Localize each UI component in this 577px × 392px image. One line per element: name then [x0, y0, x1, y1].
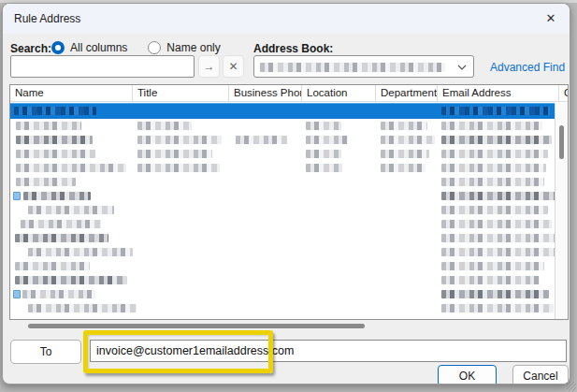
- search-input[interactable]: [10, 55, 195, 78]
- redacted-text: [16, 136, 93, 144]
- table-row-selected[interactable]: [10, 103, 568, 119]
- radio-all-columns[interactable]: All columns: [51, 41, 127, 54]
- redacted-text: [441, 136, 552, 144]
- horizontal-scrollbar-thumb[interactable]: [28, 324, 365, 328]
- close-icon[interactable]: ✕: [538, 7, 564, 29]
- redacted-text: [28, 248, 133, 256]
- redacted-text: [441, 220, 552, 228]
- redacted-text: [22, 290, 95, 298]
- table-row[interactable]: [10, 133, 568, 147]
- table-row[interactable]: [10, 147, 568, 161]
- redacted-text: [381, 122, 427, 130]
- advanced-find-link[interactable]: Advanced Find: [490, 61, 565, 74]
- chevron-down-icon: [457, 64, 467, 71]
- vertical-scrollbar[interactable]: [555, 103, 568, 319]
- column-header-c[interactable]: C: [559, 85, 568, 101]
- table-row[interactable]: [10, 217, 568, 231]
- redacted-text: [441, 164, 546, 172]
- table-row[interactable]: [10, 259, 568, 273]
- redacted-text: [15, 276, 127, 284]
- rule-address-dialog: Rule Address ✕ Search: All columns Name …: [2, 3, 570, 385]
- dialog-title: Rule Address: [3, 12, 80, 25]
- search-clear-icon[interactable]: ✕: [223, 55, 244, 78]
- resize-grip[interactable]: [567, 382, 576, 391]
- table-row[interactable]: [10, 119, 568, 133]
- table-row[interactable]: [10, 231, 568, 245]
- cancel-button[interactable]: Cancel: [512, 365, 569, 385]
- column-header-email-address[interactable]: Email Address: [438, 85, 559, 101]
- radio-button-icon[interactable]: [148, 41, 161, 54]
- redacted-text: [441, 150, 548, 158]
- redacted-text: [441, 107, 550, 115]
- redacted-text: [16, 122, 81, 130]
- redacted-text: [441, 234, 563, 242]
- column-header-name[interactable]: Name: [10, 85, 133, 101]
- redacted-text: [14, 107, 96, 115]
- radio-name-only[interactable]: Name only: [148, 41, 220, 54]
- column-header-location[interactable]: Location: [302, 85, 376, 101]
- redacted-text: [137, 136, 222, 144]
- redacted-text: [15, 234, 108, 242]
- redacted-text: [28, 304, 137, 312]
- table-row[interactable]: [10, 245, 568, 259]
- titlebar: Rule Address ✕: [3, 4, 570, 34]
- radio-all-columns-label: All columns: [70, 41, 127, 54]
- to-button[interactable]: To: [10, 340, 81, 364]
- redacted-text: [441, 248, 559, 256]
- redacted-text: [306, 136, 348, 144]
- address-book-label: Address Book:: [253, 42, 333, 55]
- search-go-icon[interactable]: →: [198, 55, 220, 78]
- table-row[interactable]: [10, 203, 568, 217]
- redacted-text: [441, 276, 540, 284]
- contact-icon: [13, 192, 21, 200]
- redacted-text: [21, 220, 101, 228]
- redacted-text: [441, 122, 542, 130]
- redacted-text: [236, 136, 287, 144]
- table-row[interactable]: [10, 189, 568, 203]
- redacted-text: [137, 150, 212, 158]
- contact-icon: [13, 290, 21, 298]
- redacted-text: [381, 150, 429, 158]
- redacted-text: [28, 206, 114, 214]
- redacted-text: [441, 262, 544, 270]
- column-header-title[interactable]: Title: [133, 85, 229, 101]
- redacted-text: [16, 178, 76, 186]
- redacted-text: [306, 122, 341, 130]
- redacted-text: [441, 304, 554, 312]
- redacted-text: [23, 192, 91, 200]
- redacted-text: [306, 164, 342, 172]
- redacted-text: [441, 192, 557, 200]
- radio-name-only-label: Name only: [166, 41, 220, 54]
- redacted-text: [137, 122, 192, 130]
- redacted-text: [16, 150, 95, 158]
- ok-button[interactable]: OK: [438, 365, 497, 385]
- table-row[interactable]: [10, 287, 568, 301]
- redacted-text: [16, 164, 126, 172]
- address-list: NameTitleBusiness PhoneLocationDepartmen…: [9, 84, 569, 320]
- table-row[interactable]: [10, 273, 568, 287]
- address-list-body: [10, 103, 568, 319]
- redacted-text: [441, 206, 548, 214]
- address-book-value-redacted: [260, 63, 445, 72]
- redacted-text: [381, 136, 435, 144]
- radio-button-icon[interactable]: [51, 41, 65, 54]
- redacted-text: [381, 164, 426, 172]
- search-label: Search:: [10, 42, 51, 55]
- address-book-dropdown[interactable]: [253, 55, 474, 78]
- table-row[interactable]: [10, 161, 568, 175]
- address-list-header: NameTitleBusiness PhoneLocationDepartmen…: [10, 85, 568, 102]
- redacted-text: [15, 262, 90, 270]
- search-scope-radios: All columns Name only: [51, 41, 221, 54]
- redacted-text: [441, 178, 544, 186]
- redacted-text: [137, 164, 220, 172]
- redacted-text: [306, 150, 341, 158]
- redacted-text: [441, 290, 549, 298]
- column-header-business-phone[interactable]: Business Phone: [229, 85, 302, 101]
- vertical-scrollbar-thumb[interactable]: [559, 125, 564, 159]
- table-row[interactable]: [10, 175, 568, 189]
- column-header-department[interactable]: Department: [376, 85, 438, 101]
- table-row[interactable]: [10, 301, 568, 315]
- to-recipients-field[interactable]: invoice@customer1emailaddress.com: [90, 340, 567, 362]
